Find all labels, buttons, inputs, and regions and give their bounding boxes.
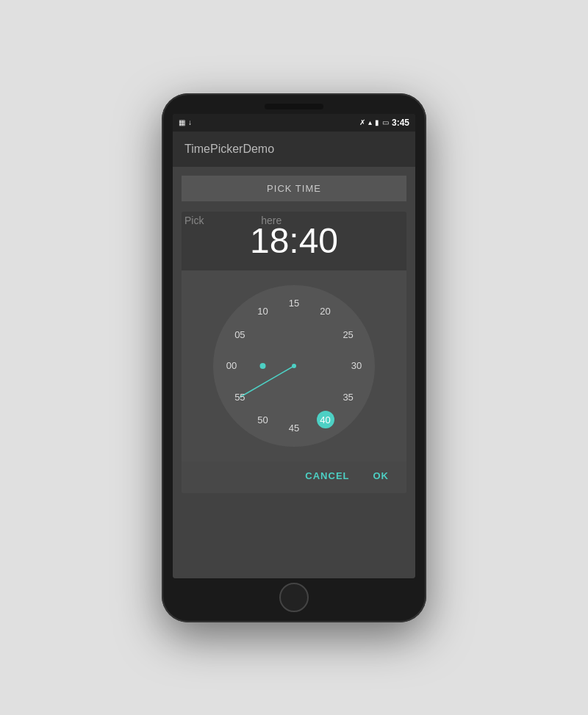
background-text: Pick here xyxy=(184,215,282,226)
app-bar: TimePickerDemo xyxy=(173,132,415,167)
clock-center xyxy=(292,364,296,368)
clock-container[interactable]: 000510152025303540455055 xyxy=(213,285,375,447)
clock-number-35[interactable]: 35 xyxy=(340,388,357,406)
phone-top-bar xyxy=(169,104,419,109)
bluetooth-icon: ✗ xyxy=(359,118,365,126)
svg-point-1 xyxy=(260,363,266,369)
wifi-icon: ▴ xyxy=(368,118,372,126)
app-title: TimePickerDemo xyxy=(184,143,274,156)
clock-number-20[interactable]: 20 xyxy=(317,303,334,320)
status-bar: ▦ ↓ ✗ ▴ ▮ ▭ 3:45 xyxy=(173,114,415,132)
clock-number-00[interactable]: 00 xyxy=(223,357,240,375)
clock-number-15[interactable]: 15 xyxy=(285,295,303,312)
status-right-icons: ✗ ▴ ▮ ▭ 3:45 xyxy=(359,118,409,128)
download-icon: ↓ xyxy=(188,118,192,126)
cancel-button[interactable]: CANCEL xyxy=(299,467,355,484)
timepicker-displayed-time: 18:40 xyxy=(193,223,395,259)
clock-number-25[interactable]: 25 xyxy=(340,326,357,343)
signal-icon: ▮ xyxy=(375,118,379,126)
clock-number-05[interactable]: 05 xyxy=(231,326,248,343)
clock-face[interactable]: 000510152025303540455055 xyxy=(213,285,375,447)
clock-number-55[interactable]: 55 xyxy=(231,388,248,406)
battery-icon: ▭ xyxy=(382,118,389,126)
phone-home-button[interactable] xyxy=(279,583,309,612)
timepicker-actions: CANCEL OK xyxy=(182,461,406,493)
status-time: 3:45 xyxy=(392,118,409,128)
status-left-icons: ▦ ↓ xyxy=(179,118,192,126)
ok-button[interactable]: OK xyxy=(368,467,395,484)
phone-speaker xyxy=(265,104,323,109)
timepicker-dialog: 18:40 000510152025303540455055 xyxy=(182,212,406,493)
clock-number-45[interactable]: 45 xyxy=(285,420,303,437)
clock-number-10[interactable]: 10 xyxy=(254,303,272,320)
phone-frame: ▦ ↓ ✗ ▴ ▮ ▭ 3:45 TimePickerDemo PICK TIM… xyxy=(162,93,426,622)
clock-number-50[interactable]: 50 xyxy=(254,411,272,428)
timepicker-body: 000510152025303540455055 xyxy=(182,270,406,461)
pick-time-button[interactable]: PICK TIME xyxy=(182,176,406,201)
app-content: PICK TIME Pick here 18:40 xyxy=(173,167,415,578)
phone-bottom xyxy=(169,583,419,612)
clock-number-30[interactable]: 30 xyxy=(348,357,365,375)
phone-screen: ▦ ↓ ✗ ▴ ▮ ▭ 3:45 TimePickerDemo PICK TIM… xyxy=(173,114,415,578)
clock-number-40[interactable]: 40 xyxy=(317,411,334,428)
notification-icon: ▦ xyxy=(179,118,185,126)
